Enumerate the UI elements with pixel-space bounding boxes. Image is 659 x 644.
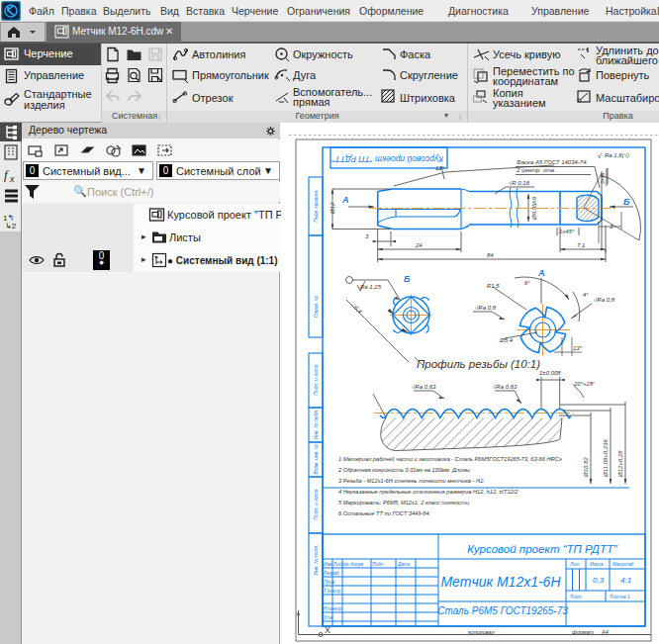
svg-text:Инв. № подл.: Инв. № подл. bbox=[313, 544, 319, 575]
svg-text:Ø11,08+0,236: Ø11,08+0,236 bbox=[603, 439, 609, 478]
svg-text:Сталь Р6М5 ГОСТ19265-73: Сталь Р6М5 ГОСТ19265-73 bbox=[437, 605, 568, 616]
svg-text:12°: 12° bbox=[435, 165, 445, 171]
svg-text:13°: 13° bbox=[573, 345, 583, 351]
svg-text:Ø10,82: Ø10,82 bbox=[583, 457, 589, 478]
svg-text:24: 24 bbox=[415, 242, 423, 248]
svg-text:Масса: Масса bbox=[590, 562, 604, 567]
svg-text:№ докум.: № докум. bbox=[344, 562, 364, 567]
svg-text:1 Материал рабочей части и хво: 1 Материал рабочей части и хвостовика - … bbox=[338, 456, 562, 462]
svg-text:Перв. примен.: Перв. примен. bbox=[313, 189, 319, 222]
svg-text:Взам. инв. №: Взам. инв. № bbox=[313, 443, 319, 475]
svg-text:7,1: 7,1 bbox=[577, 242, 585, 248]
svg-text:√Ra 0,8: √Ra 0,8 bbox=[475, 305, 497, 311]
svg-text:Профиль резьбы (10:1): Профиль резьбы (10:1) bbox=[417, 358, 540, 370]
svg-text:Подп. и дата: Подп. и дата bbox=[313, 364, 319, 396]
svg-text:Справ. №: Справ. № bbox=[313, 295, 319, 318]
svg-text:Ra 1,6(√): Ra 1,6(√) bbox=[605, 152, 629, 158]
svg-text:R1,5: R1,5 bbox=[487, 283, 500, 289]
svg-text:0,3: 0,3 bbox=[593, 576, 605, 585]
svg-text:√Ra 0,8: √Ra 0,8 bbox=[594, 297, 615, 303]
svg-text:6 Остальные ТТ по ГОСТ 3449-84: 6 Остальные ТТ по ГОСТ 3449-84. bbox=[338, 510, 430, 516]
svg-text:А: А bbox=[537, 268, 545, 278]
svg-text:X: X bbox=[325, 625, 330, 635]
svg-text:2 Обратная конусность 0,01мк н: 2 Обратная конусность 0,01мк на 100мм. Д… bbox=[337, 467, 471, 473]
svg-text:Утв.: Утв. bbox=[324, 615, 333, 620]
svg-text:Пров.: Пров. bbox=[324, 580, 335, 585]
svg-text:Масштаб: Масштаб bbox=[612, 562, 634, 567]
svg-text:Изм Лист: Изм Лист bbox=[324, 562, 345, 567]
svg-text:84: 84 bbox=[487, 252, 494, 258]
svg-text:Подп. и дата: Подп. и дата bbox=[313, 489, 319, 520]
svg-text:Курсовой проект “ТП РДТТ”: Курсовой проект “ТП РДТТ” bbox=[467, 543, 618, 555]
svg-text:А: А bbox=[341, 195, 349, 205]
svg-text:√Ra 0,63: √Ra 0,63 bbox=[493, 384, 518, 390]
svg-text:4 Неуказанные предельные откло: 4 Неуказанные предельные отклонения разм… bbox=[338, 489, 518, 495]
svg-text:Б: Б bbox=[404, 274, 411, 284]
svg-text:3 Резьба - М12х1-6Н степень то: 3 Резьба - М12х1-6Н степень точности мет… bbox=[338, 478, 485, 484]
svg-text:1x45°: 1x45° bbox=[559, 229, 575, 234]
svg-text:6°: 6° bbox=[524, 280, 530, 286]
svg-text:Подп.: Подп. bbox=[372, 562, 384, 567]
svg-text:-20°+28': -20°+28' bbox=[572, 381, 595, 387]
svg-text:x: x bbox=[9, 174, 15, 184]
svg-text:Б: Б bbox=[623, 197, 630, 207]
svg-text:Лист: Лист bbox=[569, 595, 582, 599]
svg-text:Н.контр.: Н.контр. bbox=[324, 606, 342, 611]
svg-text:Лит.: Лит. bbox=[569, 562, 581, 567]
svg-text:Фаска А5 ГОСТ 14034-74: Фаска А5 ГОСТ 14034-74 bbox=[517, 159, 587, 165]
svg-text:4°: 4° bbox=[583, 292, 589, 298]
svg-text:1±0,008: 1±0,008 bbox=[539, 370, 561, 376]
svg-text:√: √ bbox=[598, 152, 602, 159]
svg-text:Ø9.95h9: Ø9.95h9 bbox=[531, 196, 537, 221]
svg-text:4:1: 4:1 bbox=[620, 576, 631, 585]
svg-text:Т.контр.: Т.контр. bbox=[324, 589, 342, 594]
svg-text:Дата: Дата bbox=[397, 562, 411, 567]
svg-text:Инв. № дубл.: Инв. № дубл. bbox=[313, 410, 319, 440]
svg-text:Ø12: Ø12 bbox=[330, 202, 335, 215]
svg-text:Ra 1,25: Ra 1,25 bbox=[360, 284, 382, 290]
svg-text:Метчик М12х1-6Н: Метчик М12х1-6Н bbox=[440, 574, 561, 590]
svg-text:Курсовой проект "ТП РДТТ": Курсовой проект "ТП РДТТ" bbox=[331, 154, 443, 164]
svg-text:√R 0,16: √R 0,16 bbox=[509, 180, 530, 186]
svg-text:Разраб.: Разраб. bbox=[324, 571, 340, 576]
svg-text:5 Маркировать: Р6М5, М12х1, 2: 5 Маркировать: Р6М5, М12х1, 2 класс точн… bbox=[338, 500, 470, 506]
svg-text:2 центр. отв.: 2 центр. отв. bbox=[516, 167, 556, 173]
svg-text:3×45°: 3×45° bbox=[600, 171, 606, 184]
svg-text:Ø12+0,28: Ø12+0,28 bbox=[617, 450, 623, 478]
svg-text:Листов 1: Листов 1 bbox=[609, 595, 630, 599]
svg-text:Ø5,4: Ø5,4 bbox=[499, 337, 514, 343]
svg-text:√Ra 0,63: √Ra 0,63 bbox=[412, 384, 436, 390]
svg-text:↳2: ↳2 bbox=[5, 222, 17, 230]
